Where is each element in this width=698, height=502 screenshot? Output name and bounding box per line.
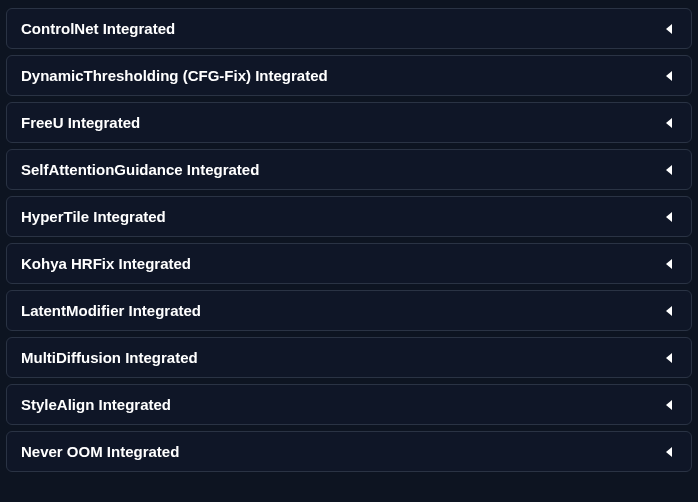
chevron-left-icon [663, 22, 677, 36]
accordion-list: ControlNet Integrated DynamicThresholdin… [6, 8, 692, 472]
accordion-item-neveroom[interactable]: Never OOM Integrated [6, 431, 692, 472]
accordion-label: DynamicThresholding (CFG-Fix) Integrated [21, 67, 328, 84]
accordion-label: HyperTile Integrated [21, 208, 166, 225]
accordion-item-freeu[interactable]: FreeU Integrated [6, 102, 692, 143]
accordion-label: SelfAttentionGuidance Integrated [21, 161, 259, 178]
accordion-label: StyleAlign Integrated [21, 396, 171, 413]
accordion-label: Never OOM Integrated [21, 443, 179, 460]
accordion-label: ControlNet Integrated [21, 20, 175, 37]
accordion-label: MultiDiffusion Integrated [21, 349, 198, 366]
accordion-item-selfattentionguidance[interactable]: SelfAttentionGuidance Integrated [6, 149, 692, 190]
chevron-left-icon [663, 69, 677, 83]
accordion-item-kohyahrfix[interactable]: Kohya HRFix Integrated [6, 243, 692, 284]
accordion-item-multidiffusion[interactable]: MultiDiffusion Integrated [6, 337, 692, 378]
chevron-left-icon [663, 304, 677, 318]
accordion-item-stylealign[interactable]: StyleAlign Integrated [6, 384, 692, 425]
accordion-item-dynamicthresholding[interactable]: DynamicThresholding (CFG-Fix) Integrated [6, 55, 692, 96]
chevron-left-icon [663, 116, 677, 130]
chevron-left-icon [663, 398, 677, 412]
accordion-label: LatentModifier Integrated [21, 302, 201, 319]
chevron-left-icon [663, 163, 677, 177]
accordion-item-latentmodifier[interactable]: LatentModifier Integrated [6, 290, 692, 331]
accordion-label: Kohya HRFix Integrated [21, 255, 191, 272]
accordion-label: FreeU Integrated [21, 114, 140, 131]
chevron-left-icon [663, 210, 677, 224]
accordion-item-controlnet[interactable]: ControlNet Integrated [6, 8, 692, 49]
chevron-left-icon [663, 351, 677, 365]
chevron-left-icon [663, 257, 677, 271]
chevron-left-icon [663, 445, 677, 459]
accordion-item-hypertile[interactable]: HyperTile Integrated [6, 196, 692, 237]
